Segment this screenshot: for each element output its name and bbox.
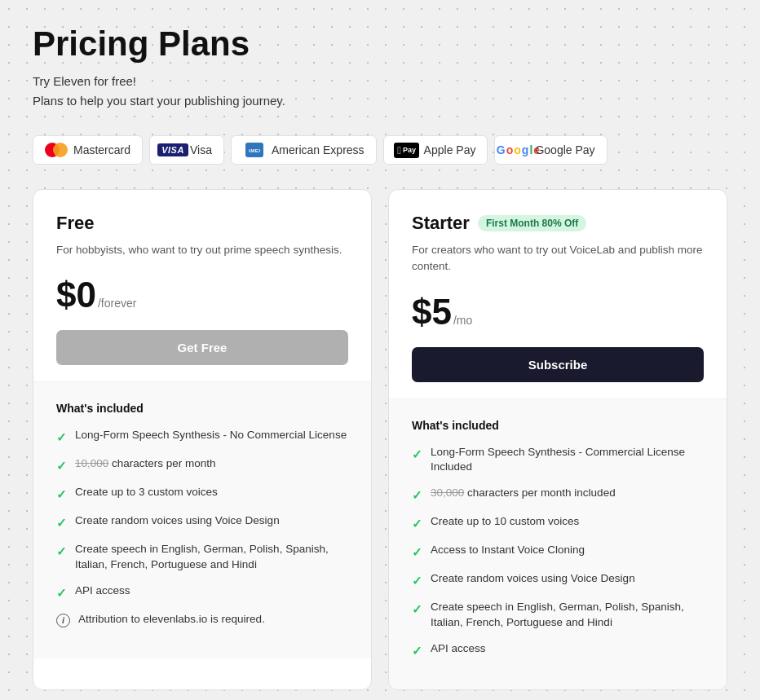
list-item: ✓ API access [412,641,704,659]
amex-icon: AMEX [243,143,266,157]
plan-free-features: What's included ✓ Long-Form Speech Synth… [33,382,371,658]
plan-starter-name-row: Starter First Month 80% Off [412,213,704,234]
applepay-label: Apple Pay [424,143,476,156]
check-icon: ✓ [56,543,67,560]
list-item: ✓ API access [56,583,348,601]
list-item: i Attribution to elevenlabs.io is requir… [56,612,348,628]
plan-free-name: Free [56,213,94,234]
plan-starter-amount: $5 [412,292,452,332]
payment-methods-row: Mastercard VISA Visa AMEX American Expre… [33,135,727,165]
list-item: ✓ Create up to 3 custom voices [56,485,348,503]
payment-amex: AMEX American Express [231,135,377,165]
subscribe-button[interactable]: Subscribe [412,347,704,382]
payment-googlepay: Google Google Pay [494,135,607,165]
check-icon: ✓ [56,486,67,503]
visa-label: Visa [190,143,212,156]
list-item: ✓ 10,000 characters per month [56,456,348,474]
plan-starter-header: Starter First Month 80% Off For creators… [389,190,727,399]
check-icon: ✓ [412,572,422,589]
info-icon: i [56,613,70,628]
list-item: ✓ Long-Form Speech Synthesis - No Commer… [56,428,348,446]
plan-free: Free For hobbyists, who want to try out … [33,189,372,690]
payment-applepay:  Pay Apple Pay [383,135,488,165]
check-icon: ✓ [56,429,67,446]
plan-starter-period: /mo [453,314,472,327]
plans-container: Free For hobbyists, who want to try out … [33,189,727,690]
plan-free-period: /forever [98,297,136,310]
check-icon: ✓ [56,514,67,531]
svg-text:AMEX: AMEX [249,147,260,153]
check-icon: ✓ [412,486,422,504]
plan-starter-features: What's included ✓ Long-Form Speech Synth… [389,399,727,690]
plan-starter-name: Starter [412,213,470,234]
page-title: Pricing Plans [33,24,727,64]
get-free-button[interactable]: Get Free [56,330,348,365]
list-item: ✓ 30,000 characters per month included [412,486,704,504]
amex-label: American Express [272,143,365,156]
mastercard-icon [45,143,68,157]
list-item: ✓ Create random voices using Voice Desig… [412,571,704,589]
check-icon: ✓ [412,544,422,561]
visa-icon: VISA [161,143,184,157]
subtitle: Try Eleven for free! Plans to help you s… [33,72,727,111]
applepay-icon:  Pay [395,143,418,157]
mastercard-label: Mastercard [73,143,130,156]
googlepay-icon: Google [506,143,529,157]
list-item: ✓ Create speech in English, German, Poli… [56,542,348,573]
plan-starter: Starter First Month 80% Off For creators… [388,189,727,690]
list-item: ✓ Create random voices using Voice Desig… [56,513,348,531]
plan-starter-price: $5 /mo [412,292,704,332]
payment-visa: VISA Visa [149,135,224,165]
check-icon: ✓ [412,515,422,532]
list-item: ✓ Create up to 10 custom voices [412,514,704,532]
plan-free-price: $0 /forever [56,275,348,315]
check-icon: ✓ [412,601,422,618]
list-item: ✓ Create speech in English, German, Poli… [412,600,704,631]
plan-free-amount: $0 [56,275,96,315]
list-item: ✓ Long-Form Speech Synthesis - Commercia… [412,445,704,476]
list-item: ✓ Access to Instant Voice Cloning [412,543,704,561]
check-icon: ✓ [56,584,67,601]
plan-starter-description: For creators who want to try out VoiceLa… [412,242,704,275]
plan-free-features-title: What's included [56,402,348,415]
googlepay-label: Google Pay [535,143,594,156]
plan-free-description: For hobbyists, who want to try out prime… [56,242,348,258]
payment-mastercard: Mastercard [33,135,143,165]
check-icon: ✓ [412,446,422,463]
plan-free-name-row: Free [56,213,348,234]
discount-badge: First Month 80% Off [478,215,586,231]
check-icon: ✓ [412,642,422,659]
check-icon: ✓ [56,457,67,474]
plan-starter-features-title: What's included [412,419,704,432]
plan-free-header: Free For hobbyists, who want to try out … [33,190,371,382]
